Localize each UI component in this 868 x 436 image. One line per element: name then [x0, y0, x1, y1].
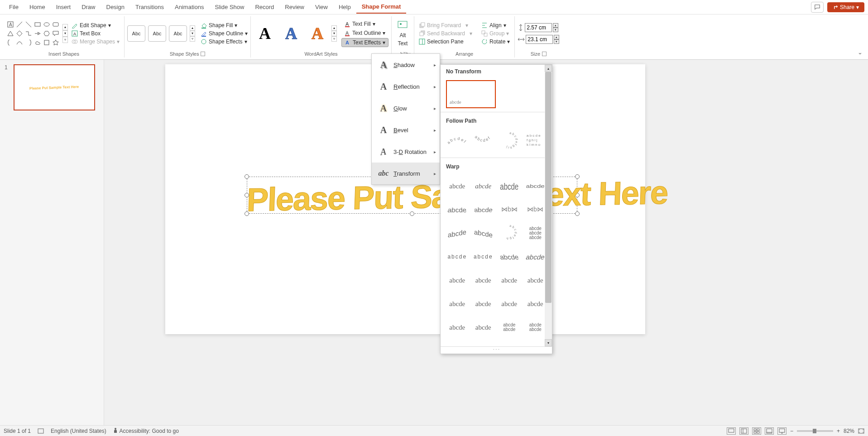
group-button[interactable]: Group ▾ [480, 30, 512, 37]
zoom-value[interactable]: 82% [844, 428, 854, 434]
text-effects-button[interactable]: A Text Effects ▾ [341, 38, 388, 47]
shapes-down-icon[interactable]: ▾ [62, 30, 68, 37]
slide-thumbnail[interactable]: Please Put Sample Text Here [14, 64, 95, 110]
shapes-gallery-scroll[interactable]: ▴ ▾ ▿ [62, 24, 68, 43]
comments-button[interactable] [811, 2, 824, 13]
warp-2-1[interactable]: abcde [445, 199, 470, 220]
tab-transitions[interactable]: Transitions [130, 1, 169, 13]
warp-7-4[interactable]: abcdeabcde [523, 316, 548, 338]
warp-1-2[interactable]: abcde [471, 175, 496, 197]
path-arch-down[interactable]: a b c d e f [471, 129, 496, 151]
path-button[interactable]: a b c d ef g h i jk l m n o [523, 129, 548, 151]
shape-textbox-icon[interactable]: A [6, 20, 14, 29]
warp-5-1[interactable]: abcde [445, 269, 470, 291]
shape-rect-icon[interactable] [34, 20, 42, 29]
warp-6-3[interactable]: abcde [497, 293, 522, 315]
height-spinner[interactable]: ▴▾ [553, 23, 558, 32]
slide-panel[interactable]: 1 Please Put Sample Text Here [0, 60, 104, 425]
accessibility-status[interactable]: Accessibility: Good to go [113, 427, 179, 434]
warp-5-3[interactable]: abcde [497, 269, 522, 291]
zoom-handle[interactable] [813, 429, 816, 433]
scroll-down-icon[interactable]: ▾ [545, 339, 552, 346]
wa-more-icon[interactable]: ▿ [331, 36, 337, 42]
zoom-slider[interactable] [797, 430, 833, 432]
tab-animations[interactable]: Animations [169, 1, 209, 13]
tab-view[interactable]: View [310, 1, 333, 13]
path-arch-up[interactable]: a b c d e f [445, 129, 470, 151]
spin-up-icon[interactable]: ▴ [553, 23, 558, 28]
shape-cloud-icon[interactable] [34, 38, 42, 47]
height-input[interactable] [525, 23, 552, 32]
menu-glow[interactable]: A Glow ▸ [372, 97, 440, 119]
tab-design[interactable]: Design [101, 1, 130, 13]
tab-record[interactable]: Record [249, 1, 279, 13]
warp-5-4[interactable]: abcde [523, 269, 548, 291]
menu-transform[interactable]: abc Transform ▸ [372, 163, 440, 184]
collapse-ribbon-button[interactable]: ⌄ [856, 47, 864, 57]
width-spinner[interactable]: ▴▾ [554, 35, 559, 44]
notes-button[interactable] [727, 427, 736, 435]
shape-style-gallery[interactable]: Abc Abc Abc [127, 25, 187, 42]
warp-3-4[interactable]: abcdeabcdeabcde [523, 222, 548, 244]
warp-6-2[interactable]: abcde [471, 293, 496, 315]
tab-draw[interactable]: Draw [76, 1, 101, 13]
warp-1-1[interactable]: abcde [445, 175, 470, 197]
zoom-in-button[interactable]: + [837, 428, 840, 434]
flyout-more[interactable]: · · · [441, 346, 552, 354]
shape-curve-icon[interactable] [15, 38, 24, 47]
warp-1-4[interactable]: abcde [523, 175, 548, 197]
shape-connector-icon[interactable] [24, 29, 33, 38]
warp-6-1[interactable]: abcde [445, 293, 470, 315]
align-button[interactable]: Align ▾ [480, 22, 512, 29]
warp-6-4[interactable]: abcde [523, 293, 548, 315]
shape-star-icon[interactable] [52, 38, 60, 47]
normal-view-button[interactable] [739, 427, 748, 435]
warp-2-4[interactable]: ⋈b⋈ [523, 199, 548, 220]
no-transform-option[interactable]: abcde [446, 80, 496, 108]
zoom-out-button[interactable]: − [790, 428, 793, 434]
wordart-swatch-2[interactable]: A [280, 22, 302, 45]
shape-brace-icon[interactable] [6, 38, 14, 47]
selection-pane-button[interactable]: Selection Pane [417, 38, 474, 45]
warp-7-2[interactable]: abcde [471, 316, 496, 338]
size-dialog-launcher[interactable] [542, 52, 547, 56]
wordart-gallery[interactable]: A A A [254, 22, 329, 45]
fit-to-window-button[interactable] [858, 428, 864, 434]
language-status[interactable]: English (United States) [51, 428, 106, 434]
tab-home[interactable]: Home [24, 1, 51, 13]
shape-styles-dialog-launcher[interactable] [201, 52, 205, 56]
shape-action-icon[interactable] [43, 38, 51, 47]
style-more-icon[interactable]: ▿ [190, 36, 195, 42]
warp-3-3[interactable]: a b c d e f g h [497, 222, 522, 244]
style-swatch-2[interactable]: Abc [148, 25, 166, 42]
tab-file[interactable]: File [4, 1, 24, 13]
width-input[interactable] [526, 35, 553, 44]
shape-hexagon-icon[interactable] [43, 29, 51, 38]
shape-oval-icon[interactable] [43, 20, 51, 29]
spellcheck-icon[interactable] [37, 428, 44, 434]
menu-bevel[interactable]: A Bevel ▸ [372, 119, 440, 141]
scroll-thumb[interactable] [545, 72, 551, 303]
tab-shape-format[interactable]: Shape Format [356, 0, 407, 14]
shape-effects-button[interactable]: Shape Effects ▾ [201, 38, 248, 45]
wordart-gallery-scroll[interactable]: ▴ ▾ ▿ [331, 25, 337, 42]
shape-line2-icon[interactable] [24, 20, 33, 29]
shapes-more-icon[interactable]: ▿ [62, 37, 68, 43]
warp-7-1[interactable]: abcde [445, 316, 470, 338]
flyout-scrollbar[interactable]: ▴ ▾ [545, 65, 552, 346]
shape-triangle-icon[interactable] [6, 29, 14, 38]
spin-up-icon[interactable]: ▴ [554, 35, 559, 39]
tab-insert[interactable]: Insert [51, 1, 77, 13]
style-gallery-scroll[interactable]: ▴ ▾ ▿ [190, 25, 195, 42]
warp-3-2[interactable]: abcde [471, 222, 496, 244]
warp-5-2[interactable]: abcde [471, 269, 496, 291]
warp-2-2[interactable]: abcde [471, 199, 496, 220]
shapes-gallery[interactable]: A [6, 20, 60, 47]
wordart-swatch-1[interactable]: A [254, 22, 276, 45]
text-outline-button[interactable]: A Text Outline ▾ [341, 29, 388, 37]
warp-4-3[interactable]: abcde [497, 246, 522, 268]
share-button[interactable]: Share ▾ [827, 2, 864, 12]
sel-handle-tl[interactable] [245, 174, 249, 179]
text-fill-button[interactable]: A Text Fill ▾ [341, 20, 388, 28]
text-box-button[interactable]: A Text Box [70, 30, 121, 37]
